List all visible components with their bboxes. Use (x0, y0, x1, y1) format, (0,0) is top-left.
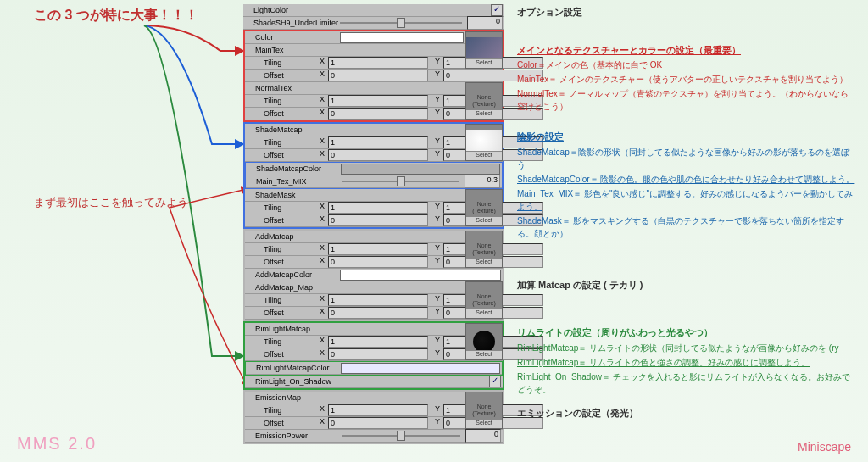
desc-maintex: MainTex＝ メインのテクスチャー（使うアバターの正しいテクスチャを割り当て… (517, 73, 856, 86)
label-emissionmap: EmissionMap (247, 393, 340, 402)
label-normaltex: NormalTex (247, 84, 340, 92)
label-emissionpower: EmissionPower (247, 431, 340, 440)
value-maintexmix[interactable]: 0.3 (465, 175, 500, 188)
desc-normaltex: NormalTex＝ ノーマルマップ（青紫のテクスチャ）を割り当てよう。（わから… (517, 87, 856, 113)
none-texture-icon: None(Texture) (472, 201, 496, 214)
input-maintex-ox[interactable] (328, 70, 428, 81)
row-maintexmix: Main_Tex_MIX 0.3 (246, 175, 502, 188)
section-shade: ShadeMatcap Tiling XY Offset XY Select S… (243, 122, 504, 229)
label-shadematcapcolor: ShadeMatcapColor (248, 164, 341, 173)
select-button[interactable]: Select (466, 258, 502, 267)
desc-color: Color＝メインの色（基本的に白で OK (517, 58, 856, 71)
value-shadesh9[interactable]: 0 (467, 16, 503, 30)
none-texture-icon: None(Texture) (472, 94, 496, 107)
desc-rimlightonshadow: RimLight_On_Shadow＝ チェックを入れると影にリムライトが入らな… (517, 370, 856, 396)
label-addmatcapmap: AddMatcap_Map (247, 283, 340, 292)
label-maintex: MainTex (247, 46, 340, 54)
value-emissionpower[interactable]: 0 (465, 429, 501, 443)
desc-shadematcapcolor: ShadeMatcapColor＝ 陰影の色。服の色や肌の色に合わせたり好み合わ… (517, 173, 856, 186)
input-shadematcap-tx[interactable] (328, 136, 428, 148)
texture-slot-addmatcap[interactable]: None(Texture) Select (465, 231, 503, 268)
colorfield-shadematcap[interactable] (341, 164, 500, 175)
select-button[interactable]: Select (466, 216, 502, 225)
input-emission-tx[interactable] (328, 404, 428, 416)
texture-slot-emission[interactable]: None(Texture) Select (465, 392, 503, 429)
input-rimlight-ox[interactable] (328, 348, 428, 360)
section-main: Color MainTex Tiling X Y Offset X Y Sele… (243, 30, 504, 122)
colorfield-color[interactable] (340, 32, 464, 43)
heading-main: メインとなるテクスチャーとカラーの設定（最重要） (517, 43, 856, 58)
none-texture-icon: None(Texture) (472, 242, 496, 255)
input-shadematcap-ox[interactable] (328, 149, 428, 161)
row-shadesh9: ShadeSH9_UnderLimiter 0 (243, 17, 504, 30)
desc-shadematcap: ShadeMatcap＝陰影の形状（同封してる似たような画像から好みの影が落ちる… (517, 146, 856, 171)
label-maintexmix: Main_Tex_MIX (248, 177, 341, 186)
row-rimlightonshadow: RimLight_On_Shadow ✓ (245, 376, 503, 388)
input-addmatcapmap-tx[interactable] (328, 294, 428, 306)
subsection-rimcolor: RimLightMatcapColor (245, 361, 503, 376)
desc-rimlightmatcap: RimLightMatcap＝ リムライトの形状（同封してる似たようなが画像から… (517, 342, 856, 354)
heading-addmatcap: 加算 Matcap の設定 ( テカリ ) (517, 278, 856, 292)
input-normaltex-ox[interactable] (328, 108, 428, 120)
input-addmatcapmap-ox[interactable] (328, 307, 428, 319)
label-shadesh9: ShadeSH9_UnderLimiter (245, 19, 338, 27)
select-button[interactable]: Select (466, 309, 502, 318)
input-normaltex-tx[interactable] (328, 95, 428, 107)
label-addmatcapcolor: AddMatcapColor (247, 270, 340, 279)
checkbox-lightcolor[interactable]: ✓ (491, 4, 503, 16)
select-button[interactable]: Select (466, 58, 502, 68)
logo-miniscape: Miniscape (798, 440, 851, 454)
section-rimlight: RimLightMatcap Tiling XY Offset XY Selec… (243, 321, 504, 390)
label-tiling: Tiling (247, 58, 314, 67)
logo-mms: MMS 2.0 (17, 434, 97, 454)
input-addmatcap-tx[interactable] (328, 243, 428, 255)
select-button[interactable]: Select (466, 419, 502, 428)
label-shadematcap: ShadeMatcap (247, 125, 340, 134)
slider-emissionpower[interactable] (342, 431, 460, 441)
texture-slot-addmatcapmap[interactable]: None(Texture) Select (465, 281, 503, 319)
row-emissionpower: EmissionPower 0 (245, 430, 503, 443)
none-texture-icon: None(Texture) (472, 404, 496, 416)
label-rimlightmatcap: RimLightMatcap (247, 325, 340, 333)
slider-maintexmix[interactable] (342, 176, 459, 186)
label-lightcolor: LightColor (245, 6, 338, 14)
input-shademask-tx[interactable] (328, 202, 428, 214)
desc-shademask: ShadeMask＝ 影をマスキングする（白黒のテクスチャーで影を落ちない箇所を… (517, 214, 856, 240)
heading-emission: エミッションの設定（発光） (517, 406, 856, 420)
row-addmatcapcolor: AddMatcapColor (245, 269, 503, 281)
row-color: Color (245, 31, 503, 44)
annotation-first-touch: まず最初はここを触ってみよう (34, 195, 188, 210)
slider-shadesh9[interactable] (340, 18, 462, 28)
texture-slot-shadematcap[interactable]: Select (465, 124, 503, 161)
section-addmatcap: AddMatcap Tiling XY Offset XY None(Textu… (243, 229, 504, 321)
row-shadematcapcolor: ShadeMatcapColor (246, 163, 502, 175)
input-emission-ox[interactable] (328, 417, 428, 429)
label-rimonshadow: RimLight_On_Shadow (247, 377, 340, 386)
select-button[interactable]: Select (466, 350, 502, 359)
explanation-column: オプション設定 メインとなるテクスチャーとカラーの設定（最重要） Color＝メ… (517, 5, 856, 428)
section-emission: EmissionMap Tiling XY Offset XY None(Tex… (243, 390, 504, 444)
label-color: Color (247, 33, 340, 42)
label-shademask: ShadeMask (247, 191, 340, 199)
input-rimlight-tx[interactable] (328, 336, 428, 348)
texture-slot-normaltex[interactable]: None(Texture) Select (465, 82, 503, 120)
texture-slot-rimlight[interactable]: Select (465, 323, 503, 360)
annotation-important: この 3 つが特に大事！！！ (34, 7, 198, 25)
inspector-panel: LightColor ✓ ShadeSH9_UnderLimiter 0 Col… (243, 4, 504, 444)
label-rimcolor: RimLightMatcapColor (248, 364, 341, 372)
input-maintex-tx[interactable] (328, 57, 428, 69)
heading-rimlight: リムライトの設定（周りがふわっと光るやつ） (517, 326, 856, 340)
label-offset: Offset (247, 71, 314, 80)
row-rimcolor: RimLightMatcapColor (246, 362, 502, 375)
select-button[interactable]: Select (466, 109, 502, 119)
checkbox-rimonshadow[interactable]: ✓ (489, 376, 501, 387)
none-texture-icon: None(Texture) (472, 293, 496, 306)
texture-slot-shademask[interactable]: None(Texture) Select (465, 189, 503, 226)
colorfield-addmatcap[interactable] (340, 270, 501, 281)
heading-shade: 陰影の設定 (517, 130, 856, 144)
texture-slot-maintex[interactable]: Select (465, 31, 503, 69)
input-addmatcap-ox[interactable] (328, 256, 428, 268)
colorfield-rimlight[interactable] (341, 363, 500, 374)
input-shademask-ox[interactable] (328, 214, 428, 226)
select-button[interactable]: Select (466, 151, 502, 160)
